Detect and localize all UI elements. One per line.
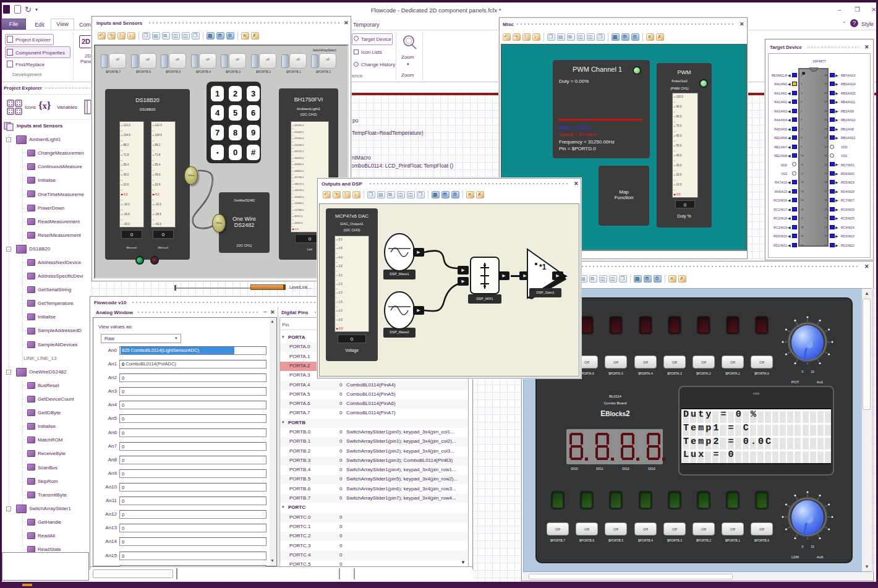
- svg-text:*1: *1: [539, 263, 547, 271]
